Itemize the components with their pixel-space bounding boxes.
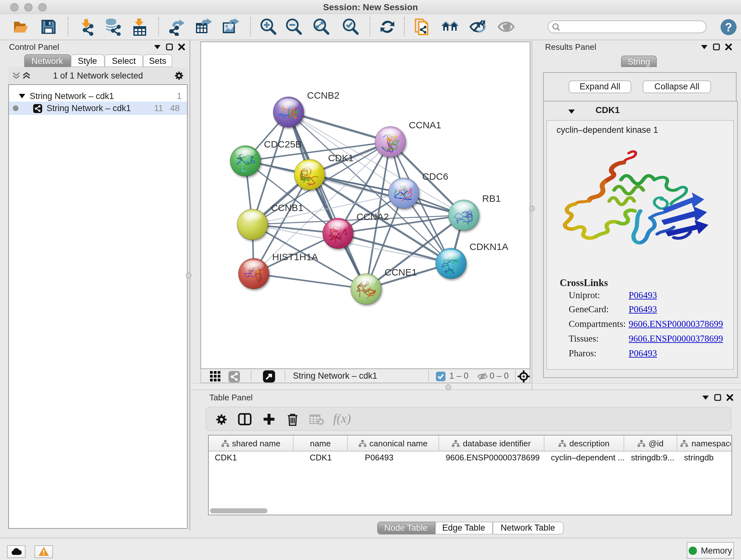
open-session-icon[interactable]	[11, 18, 29, 36]
column-header-name[interactable]: name	[294, 435, 347, 451]
left-splitter-knob[interactable]	[186, 272, 192, 278]
table-tab-edge-table[interactable]: Edge Table	[435, 522, 492, 534]
fit-crosshair-icon[interactable]	[518, 370, 530, 382]
column-header-shared-name[interactable]: shared name	[208, 435, 294, 451]
table-tab-network-table[interactable]: Network Table	[492, 522, 563, 534]
panel-maximize-icon[interactable]	[166, 44, 173, 51]
help-icon[interactable]: ?	[720, 18, 738, 37]
zoom-in-icon[interactable]	[259, 18, 277, 36]
network-node-RB1[interactable]	[448, 200, 479, 231]
table-cell-namespace[interactable]: stringdb	[678, 451, 731, 463]
column-header-database-identifier[interactable]: database identifier	[439, 435, 544, 451]
memory-label: Memory	[701, 546, 732, 555]
crosslink-value-link[interactable]: 9606.ENSP00000378699	[629, 333, 723, 344]
crosslink-value-link[interactable]: P06493	[629, 348, 657, 359]
crosslink-value-link[interactable]: P06493	[629, 290, 657, 300]
node-label-CDK1: CDK1	[328, 152, 354, 163]
memory-button[interactable]: Memory	[687, 542, 734, 559]
hide-selected-icon[interactable]	[468, 18, 486, 36]
network-share-icon	[33, 104, 42, 113]
table-tab-node-table[interactable]: Node Table	[377, 522, 435, 534]
table-horizontal-scrollbar[interactable]	[210, 508, 267, 513]
network-canvas[interactable]: CCNB2CCNA1CDC25BCDK1CDC6RB1CCNB1CCNA2CDK…	[200, 42, 530, 369]
panel-float-icon[interactable]	[154, 44, 161, 50]
network-node-CDC6[interactable]	[388, 178, 419, 208]
crosslink-value-link[interactable]: P06493	[629, 304, 657, 315]
network-node-CCNB1[interactable]	[237, 209, 268, 240]
network-node-CCNA2[interactable]	[323, 218, 353, 249]
panel-close-icon[interactable]	[178, 44, 185, 51]
network-collection-row[interactable]: String Network – cdk1 1	[9, 89, 187, 103]
zoom-selected-icon[interactable]	[341, 18, 359, 36]
control-tab-select[interactable]: Select	[105, 54, 143, 67]
network-options-gear-icon[interactable]	[174, 70, 185, 81]
export-network-icon[interactable]	[169, 18, 186, 36]
clone-network-icon[interactable]	[414, 18, 431, 36]
network-edge-HIST1H1A-CCNE1[interactable]	[254, 273, 366, 289]
control-tab-sets[interactable]: Sets	[143, 54, 172, 67]
splitter-knob[interactable]	[446, 384, 451, 390]
selected-checkbox-icon[interactable]	[436, 371, 446, 381]
table-cell-name[interactable]: CDK1	[294, 451, 347, 463]
network-node-CDK1[interactable]	[294, 159, 325, 190]
expand-all-button[interactable]: Expand All	[569, 80, 631, 93]
cloud-button[interactable]	[7, 545, 25, 558]
refresh-icon[interactable]	[379, 18, 396, 36]
table-cell-database-identifier[interactable]: 9606.ENSP00000378699	[439, 451, 544, 463]
import-table-icon[interactable]	[131, 18, 149, 36]
birds-eye-view-icon[interactable]	[210, 371, 221, 382]
column-header-namespace[interactable]: namespace	[677, 435, 731, 451]
panel-maximize-icon[interactable]	[713, 44, 720, 51]
show-column-icon[interactable]	[238, 413, 252, 425]
zoom-out-icon[interactable]	[285, 18, 302, 36]
export-image-icon[interactable]	[222, 18, 240, 36]
network-node-CCNA1[interactable]	[375, 126, 406, 157]
delete-table-icon[interactable]	[310, 414, 324, 425]
table-cell-shared-name[interactable]: CDK1	[208, 451, 294, 463]
entry-expander-icon[interactable]	[568, 109, 575, 114]
save-session-icon[interactable]	[40, 18, 57, 36]
panel-close-icon[interactable]	[725, 44, 732, 51]
zoom-fit-icon[interactable]	[312, 18, 330, 36]
results-tab-string[interactable]: String	[621, 56, 657, 67]
panel-float-icon[interactable]	[701, 44, 708, 50]
show-all-icon[interactable]	[497, 18, 515, 36]
control-tab-network[interactable]: Network	[24, 54, 71, 67]
column-header-label: @id	[649, 438, 664, 448]
open-view-icon[interactable]	[263, 370, 275, 382]
table-cell-description[interactable]: cyclin–dependent ...	[544, 451, 624, 463]
import-network-icon[interactable]	[78, 18, 96, 36]
network-node-CDKN1A[interactable]	[435, 248, 466, 279]
crosslink-label: Uniprot:	[569, 290, 600, 300]
table-cell-canonical-name[interactable]: P06493	[347, 451, 439, 463]
collapse-all-button[interactable]: Collapse All	[643, 80, 711, 93]
panel-close-icon[interactable]	[726, 394, 733, 401]
export-table-icon[interactable]	[195, 18, 212, 36]
import-network-from-database-icon[interactable]	[104, 18, 121, 36]
crosslink-value-link[interactable]: 9606.ENSP00000378699	[629, 319, 723, 329]
first-neighbors-icon[interactable]	[441, 18, 459, 36]
crosslink-label: Pharos:	[569, 348, 596, 358]
column-header--id[interactable]: @id	[624, 435, 677, 451]
column-header-description[interactable]: description	[544, 435, 624, 451]
toolbar-separator	[251, 370, 252, 381]
panel-maximize-icon[interactable]	[714, 394, 721, 401]
column-header-canonical-name[interactable]: canonical name	[347, 435, 439, 451]
table-cell--id[interactable]: stringdb:9...	[624, 451, 677, 463]
search-input[interactable]	[548, 20, 706, 33]
delete-column-icon[interactable]	[287, 413, 298, 426]
tree-expander-icon[interactable]	[18, 93, 25, 99]
network-row-selected[interactable]: String Network – cdk1 11 48	[9, 102, 187, 115]
network-node-HIST1H1A[interactable]	[239, 258, 269, 289]
table-options-gear-icon[interactable]	[215, 413, 228, 426]
warnings-button[interactable]	[35, 545, 53, 558]
network-node-CCNB2[interactable]	[273, 97, 304, 127]
function-builder-icon[interactable]: f(x)	[333, 411, 351, 426]
network-node-CCNE1[interactable]	[351, 273, 381, 304]
control-tab-style[interactable]: Style	[71, 54, 105, 67]
panel-float-icon[interactable]	[702, 395, 709, 400]
network-node-CDC25B[interactable]	[230, 145, 261, 176]
network-type-share-icon[interactable]	[228, 371, 240, 382]
create-column-icon[interactable]	[263, 413, 275, 425]
table-row[interactable]: CDK1CDK1P064939606.ENSP00000378699cyclin…	[208, 451, 731, 463]
